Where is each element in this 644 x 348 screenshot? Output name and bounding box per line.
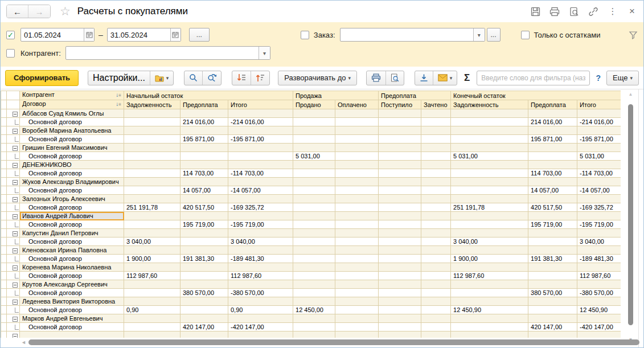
amount-cell[interactable] <box>181 272 228 280</box>
horizontal-scroll-thumb[interactable] <box>28 339 639 345</box>
search-icon[interactable] <box>184 71 202 85</box>
col-header[interactable]: Задолженность <box>124 100 181 109</box>
amount-cell[interactable] <box>181 306 228 314</box>
amount-cell[interactable] <box>421 314 451 323</box>
col-header-contractor[interactable]: Контрагент↓≡ <box>20 91 124 100</box>
col-header[interactable]: Оплачено <box>335 100 379 109</box>
link-icon[interactable] <box>588 6 599 17</box>
amount-cell[interactable] <box>228 109 293 118</box>
amount-cell[interactable] <box>335 109 379 118</box>
scroll-left-icon[interactable]: ◄ <box>21 339 26 345</box>
filter-funnel-icon[interactable] <box>629 31 638 39</box>
amount-cell[interactable] <box>181 297 228 306</box>
amount-cell[interactable] <box>528 152 577 161</box>
amount-cell[interactable] <box>451 135 528 144</box>
col-group-prepayment[interactable]: Предоплата <box>379 91 451 100</box>
minus-icon[interactable] <box>13 129 18 134</box>
amount-cell[interactable] <box>181 314 228 323</box>
print-icon[interactable] <box>367 71 385 85</box>
amount-cell[interactable] <box>335 118 379 126</box>
report-variants-button[interactable]: ▾ <box>150 71 174 85</box>
amount-cell[interactable] <box>293 289 335 297</box>
amount-cell[interactable]: -114 703,00 <box>577 169 621 178</box>
collapse-group-toggle[interactable] <box>7 263 20 272</box>
amount-cell[interactable] <box>451 280 528 289</box>
amount-cell[interactable]: 420 517,50 <box>181 203 228 212</box>
vertical-scrollbar[interactable]: ▲ ▼ <box>626 92 635 342</box>
amount-cell[interactable] <box>379 263 421 272</box>
close-icon[interactable]: × <box>626 6 638 17</box>
amount-cell[interactable]: -195 871,00 <box>228 135 293 144</box>
contract-cell[interactable]: Основной договор <box>20 289 124 297</box>
amount-cell[interactable] <box>335 272 379 280</box>
amount-cell[interactable] <box>379 169 421 178</box>
generate-button[interactable]: Сформировать <box>5 70 79 86</box>
amount-cell[interactable]: 420 517,50 <box>528 203 577 212</box>
contractor-cell[interactable]: Гришин Евгений Максимович <box>20 144 124 152</box>
amount-cell[interactable] <box>335 212 379 220</box>
col-header[interactable]: Предоплата <box>528 100 577 109</box>
amount-cell[interactable] <box>335 169 379 178</box>
amount-cell[interactable] <box>335 161 379 169</box>
collapse-group-toggle[interactable] <box>7 195 20 203</box>
amount-cell[interactable] <box>528 161 577 169</box>
amount-cell[interactable] <box>228 297 293 306</box>
chevron-down-icon[interactable]: ▾ <box>473 28 484 41</box>
amount-cell[interactable] <box>451 195 528 203</box>
amount-cell[interactable] <box>228 178 293 186</box>
amount-cell[interactable] <box>451 323 528 331</box>
amount-cell[interactable] <box>379 272 421 280</box>
collapse-group-toggle[interactable] <box>7 212 20 220</box>
amount-cell[interactable]: 191 381,30 <box>528 255 577 263</box>
amount-cell[interactable]: 0,90 <box>124 306 181 314</box>
amount-cell[interactable]: -195 719,00 <box>228 220 293 229</box>
period-from-input[interactable] <box>21 28 84 41</box>
amount-cell[interactable] <box>528 306 577 314</box>
amount-cell[interactable]: -214 016,00 <box>577 118 621 126</box>
amount-cell[interactable] <box>451 289 528 297</box>
collapse-group-toggle[interactable] <box>7 178 20 186</box>
amount-cell[interactable] <box>451 212 528 220</box>
amount-cell[interactable] <box>124 178 181 186</box>
minus-icon[interactable] <box>13 248 18 253</box>
amount-cell[interactable] <box>124 118 181 126</box>
amount-cell[interactable]: 214 016,00 <box>528 118 577 126</box>
amount-cell[interactable] <box>124 126 181 135</box>
amount-cell[interactable] <box>421 118 451 126</box>
amount-cell[interactable] <box>528 280 577 289</box>
collapse-group-toggle[interactable] <box>7 229 20 238</box>
amount-cell[interactable] <box>577 229 621 238</box>
col-header[interactable]: Продано <box>293 100 335 109</box>
amount-cell[interactable] <box>421 263 451 272</box>
amount-cell[interactable] <box>421 238 451 246</box>
amount-cell[interactable] <box>181 178 228 186</box>
amount-cell[interactable] <box>335 323 379 331</box>
amount-cell[interactable]: 114 703,00 <box>528 169 577 178</box>
minus-icon[interactable] <box>13 231 18 236</box>
amount-cell[interactable] <box>293 229 335 238</box>
amount-cell[interactable] <box>293 186 335 195</box>
amount-cell[interactable] <box>451 246 528 255</box>
amount-cell[interactable] <box>379 297 421 306</box>
amount-cell[interactable] <box>293 203 335 212</box>
amount-cell[interactable] <box>379 135 421 144</box>
col-header[interactable]: Итого <box>228 100 293 109</box>
period-checkbox[interactable]: ✓ <box>6 31 15 39</box>
chevron-down-icon[interactable]: ▾ <box>259 47 270 59</box>
amount-cell[interactable] <box>228 161 293 169</box>
print-preview-icon[interactable] <box>385 71 404 85</box>
contractor-cell[interactable]: Иванов Андрей Львович <box>20 212 124 220</box>
amount-cell[interactable] <box>379 220 421 229</box>
col-header[interactable]: Итого <box>577 100 621 109</box>
collapse-group-toggle[interactable] <box>7 280 20 289</box>
amount-cell[interactable] <box>335 178 379 186</box>
amount-cell[interactable] <box>293 135 335 144</box>
amount-cell[interactable] <box>421 195 451 203</box>
minus-icon[interactable] <box>13 112 18 117</box>
calendar-icon[interactable] <box>84 28 94 41</box>
amount-cell[interactable] <box>293 297 335 306</box>
collapse-group-toggle[interactable] <box>7 126 20 135</box>
period-options-button[interactable]: ... <box>189 28 210 42</box>
amount-cell[interactable]: -14 057,00 <box>228 186 293 195</box>
amount-cell[interactable] <box>421 280 451 289</box>
